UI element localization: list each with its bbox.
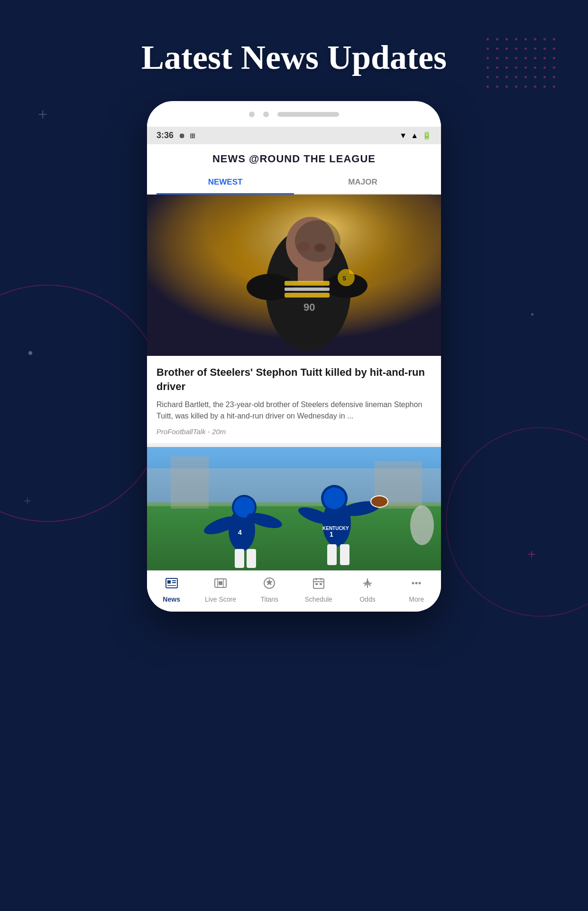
featured-article-image: 90 S (147, 195, 441, 356)
wifi-icon: ▼ (399, 131, 407, 140)
svg-point-12 (314, 243, 326, 252)
svg-rect-19 (171, 456, 209, 509)
svg-text:S: S (342, 275, 346, 282)
svg-point-31 (323, 487, 345, 509)
svg-rect-49 (219, 581, 222, 585)
article-text-section: Brother of Steelers' Stephon Tuitt kille… (147, 356, 441, 447)
signal-icon: ▲ (411, 131, 418, 140)
svg-point-60 (412, 582, 414, 585)
nav-label-schedule: Schedule (304, 595, 332, 603)
svg-text:KENTUCKY: KENTUCKY (322, 526, 349, 531)
svg-rect-9 (285, 288, 330, 291)
svg-rect-51 (313, 579, 324, 588)
svg-rect-10 (285, 293, 330, 297)
nav-item-schedule[interactable]: Schedule (300, 576, 338, 603)
svg-point-11 (297, 242, 310, 251)
page-title: Latest News Updates (0, 0, 588, 101)
phone-dot-right (263, 112, 269, 117)
article-source: ProFootballTalk - 20m (156, 428, 432, 436)
svg-rect-56 (320, 583, 322, 585)
phone-speaker (277, 112, 339, 117)
nav-label-news: News (163, 595, 180, 603)
nav-label-more: More (409, 595, 424, 603)
svg-rect-27 (247, 549, 256, 568)
copy-icon: ⊞ (190, 132, 195, 139)
nav-item-odds[interactable]: Odds (349, 576, 386, 603)
circle-icon: ⏺ (178, 132, 185, 139)
article-headline: Brother of Steelers' Stephon Tuitt kille… (156, 365, 432, 393)
more-icon (410, 576, 423, 593)
nav-item-more[interactable]: More (397, 576, 435, 603)
featured-article[interactable]: 90 S Brother of Steelers' Stephon Tuitt … (147, 195, 441, 447)
svg-rect-5 (298, 266, 323, 282)
odds-icon (361, 576, 374, 593)
bottom-nav: News Live Score (147, 570, 441, 612)
battery-icon: 🔋 (422, 131, 432, 140)
tab-major[interactable]: MAJOR (294, 171, 432, 194)
nav-item-live-score[interactable]: Live Score (202, 576, 239, 603)
tabs-container: NEWEST MAJOR (156, 171, 432, 195)
nav-label-titans: Titans (261, 595, 279, 603)
live-score-icon (214, 576, 227, 593)
svg-rect-8 (285, 281, 330, 286)
status-bar: 3:36 ⏺ ⊞ ▼ ▲ 🔋 (147, 127, 441, 144)
second-article-image: 4 KENTUCKY 1 (147, 447, 441, 570)
titans-icon (263, 576, 276, 593)
news-content: 90 S Brother of Steelers' Stephon Tuitt … (147, 195, 441, 570)
schedule-icon (312, 576, 325, 593)
status-time: 3:36 (156, 130, 174, 140)
svg-point-40 (410, 505, 434, 545)
nav-item-news[interactable]: News (153, 576, 191, 603)
app-header: NEWS @ROUND THE LEAGUE NEWEST MAJOR (147, 144, 441, 195)
phone-mockup: 3:36 ⏺ ⊞ ▼ ▲ 🔋 NEWS @ROUND THE LEAGUE NE… (147, 101, 441, 612)
app-title: NEWS @ROUND THE LEAGUE (156, 153, 432, 165)
svg-rect-26 (235, 549, 244, 568)
svg-text:90: 90 (303, 301, 315, 313)
svg-rect-38 (327, 544, 337, 565)
nav-item-titans[interactable]: Titans (250, 576, 288, 603)
nav-label-odds: Odds (359, 595, 375, 603)
tab-newest[interactable]: NEWEST (156, 171, 294, 194)
article-summary: Richard Bartlett, the 23-year-old brothe… (156, 399, 432, 422)
svg-rect-42 (167, 580, 171, 584)
phone-dot-left (249, 112, 255, 117)
phone-top-bar (147, 112, 441, 127)
svg-point-61 (415, 582, 418, 585)
svg-point-4 (295, 220, 340, 262)
svg-point-62 (419, 582, 421, 585)
nav-label-live-score: Live Score (205, 595, 236, 603)
second-article[interactable]: 4 KENTUCKY 1 (147, 447, 441, 570)
svg-rect-55 (315, 583, 318, 585)
svg-rect-39 (340, 544, 349, 565)
svg-text:1: 1 (330, 530, 333, 538)
news-icon (165, 576, 178, 593)
svg-text:4: 4 (238, 529, 242, 536)
